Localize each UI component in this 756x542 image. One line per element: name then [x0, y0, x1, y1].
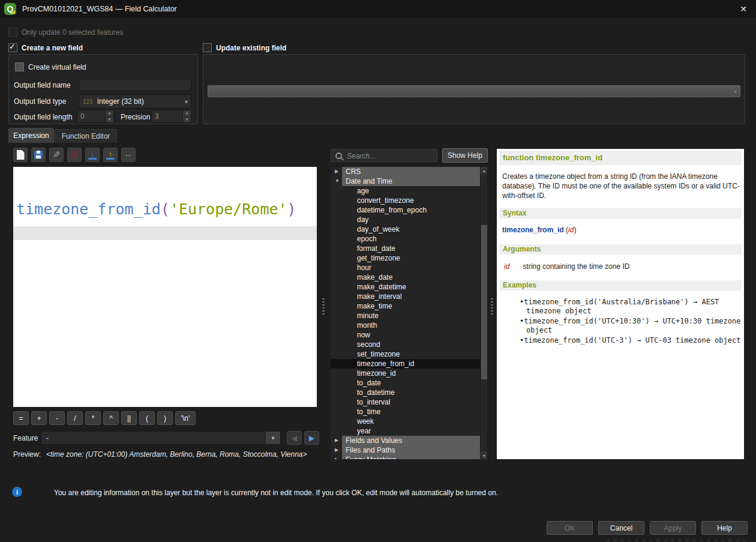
output-field-name-input[interactable] — [79, 79, 191, 91]
function-item-row[interactable]: convert_timezone — [331, 196, 480, 205]
cancel-button[interactable]: Cancel — [598, 521, 644, 535]
group-label: Fields and Values — [342, 436, 480, 445]
help-example: •timezone_from_id('Australia/Brisbane') … — [520, 298, 744, 316]
function-label: make_interval — [357, 292, 402, 301]
scrollbar-thumb[interactable] — [481, 225, 487, 379]
function-item-row[interactable]: hour — [331, 263, 480, 273]
function-item-row[interactable]: week — [331, 417, 480, 426]
expander-collapsed-icon[interactable]: ▶ — [335, 167, 338, 176]
create-new-field-checkbox[interactable]: ✓ — [8, 43, 17, 52]
qgis-logo-letter: Q — [7, 4, 14, 14]
function-group-row[interactable]: ▶Fields and Values — [331, 436, 480, 445]
help-syntax-line: timezone_from_id (id) — [502, 226, 576, 234]
next-feature-button[interactable]: ▶ — [304, 431, 319, 445]
spin-up-icon[interactable]: ▲ — [183, 110, 191, 117]
expander-expanded-icon[interactable]: ▼ — [335, 176, 340, 186]
function-item-row[interactable]: year — [331, 426, 480, 436]
recent-expressions-button[interactable]: -- — [121, 148, 136, 162]
function-label: set_timezone — [357, 350, 400, 358]
search-input[interactable] — [346, 150, 437, 162]
spin-down-icon[interactable]: ▼ — [106, 117, 113, 123]
expander-collapsed-icon[interactable]: ▶ — [335, 445, 338, 455]
function-item-row[interactable]: datetime_from_epoch — [331, 205, 480, 215]
save-expression-button[interactable] — [31, 148, 46, 162]
scroll-down-icon[interactable]: ▼ — [481, 452, 487, 459]
help-syntax-heading: Syntax — [499, 208, 742, 218]
function-item-row[interactable]: get_timezone — [331, 253, 480, 263]
new-field-groupbox: Create virtual field Output field name O… — [8, 54, 198, 124]
operator-button[interactable]: ( — [139, 411, 155, 425]
chevron-down-icon: ▾ — [734, 88, 737, 95]
help-button[interactable]: Help — [701, 521, 748, 535]
function-group-row[interactable]: ▶Files and Paths — [331, 445, 480, 455]
function-group-row[interactable]: ▼Date and Time — [331, 176, 480, 186]
syntax-open-paren: ( — [564, 226, 568, 234]
function-group-row[interactable]: ▶Fuzzy Matching — [331, 455, 480, 459]
feature-select[interactable]: - ▾ — [41, 431, 281, 445]
ok-button: OK — [547, 521, 593, 535]
function-item-row[interactable]: epoch — [331, 234, 480, 244]
new-expression-button[interactable] — [13, 148, 28, 162]
expander-collapsed-icon[interactable]: ▶ — [335, 455, 338, 459]
function-item-row[interactable]: day — [331, 215, 480, 224]
expression-editor[interactable]: timezone_from_id('Europe/Rome') — [13, 167, 317, 407]
tab-function-editor[interactable]: Function Editor — [55, 129, 117, 143]
edit-expression-button: ✎ — [49, 148, 64, 162]
operator-button[interactable]: ^ — [103, 411, 119, 425]
function-item-row[interactable]: to_date — [331, 378, 480, 388]
operator-button[interactable]: * — [85, 411, 101, 425]
import-expression-button[interactable]: ↓ — [85, 148, 100, 162]
close-icon[interactable]: ✕ — [738, 4, 749, 14]
function-item-row[interactable]: timezone_from_id — [331, 359, 480, 369]
function-group-row[interactable]: ▶CRS — [331, 167, 480, 176]
operator-button[interactable]: - — [49, 411, 65, 425]
function-item-row[interactable]: set_timezone — [331, 349, 480, 359]
update-existing-field-checkbox[interactable] — [203, 43, 212, 52]
expander-collapsed-icon[interactable]: ▶ — [335, 436, 338, 445]
create-virtual-field-checkbox[interactable] — [15, 62, 24, 71]
function-item-row[interactable]: to_time — [331, 407, 480, 417]
spin-up-icon[interactable]: ▲ — [106, 110, 113, 117]
function-item-row[interactable]: age — [331, 186, 480, 196]
operator-button[interactable]: ) — [157, 411, 173, 425]
function-item-row[interactable]: make_datetime — [331, 282, 480, 292]
scroll-up-icon[interactable]: ▲ — [481, 167, 487, 174]
update-existing-groupbox: ▾ — [203, 54, 745, 124]
current-line-highlight — [13, 226, 317, 240]
operator-button[interactable]: / — [67, 411, 83, 425]
function-item-row[interactable]: to_datetime — [331, 388, 480, 397]
function-item-row[interactable]: format_date — [331, 244, 480, 253]
function-item-row[interactable]: second — [331, 340, 480, 349]
preview-value: <time zone: (UTC+01:00) Amsterdam, Berli… — [46, 450, 307, 459]
feature-value: - — [46, 434, 49, 442]
function-item-row[interactable]: make_time — [331, 301, 480, 311]
operator-button[interactable]: = — [13, 411, 29, 425]
show-help-button[interactable]: Show Help — [442, 148, 488, 163]
spin-down-icon[interactable]: ▼ — [183, 117, 191, 123]
function-item-row[interactable]: day_of_week — [331, 224, 480, 234]
precision-stepper[interactable]: 3 ▲▼ — [151, 110, 191, 123]
chevron-down-icon[interactable]: ▾ — [265, 432, 280, 444]
group-label: CRS — [342, 167, 480, 176]
function-item-row[interactable]: now — [331, 330, 480, 340]
function-item-row[interactable]: timezone_id — [331, 369, 480, 378]
left-splitter-handle[interactable] — [322, 298, 325, 315]
function-search[interactable] — [331, 149, 437, 162]
operator-button[interactable]: '\n' — [175, 411, 196, 425]
function-tree-scrollbar[interactable]: ▲ ▼ — [480, 167, 487, 459]
function-item-row[interactable]: minute — [331, 311, 480, 321]
create-virtual-field-row: Create virtual field — [15, 62, 86, 71]
right-splitter-handle[interactable] — [491, 298, 494, 315]
output-field-length-stepper[interactable]: 0 ▲▼ — [77, 110, 114, 123]
function-item-row[interactable]: make_interval — [331, 292, 480, 301]
function-label: age — [357, 187, 369, 195]
function-item-row[interactable]: to_interval — [331, 397, 480, 407]
function-item-row[interactable]: month — [331, 321, 480, 330]
export-expression-button[interactable]: ↑ — [103, 148, 118, 162]
output-field-length-value: 0 — [77, 110, 105, 122]
operator-button[interactable]: + — [31, 411, 47, 425]
operator-button[interactable]: || — [121, 411, 137, 425]
function-item-row[interactable]: make_date — [331, 273, 480, 282]
tab-expression[interactable]: Expression — [8, 128, 54, 143]
output-field-type-select[interactable]: 123 Integer (32 bit) ▾ — [79, 94, 191, 109]
